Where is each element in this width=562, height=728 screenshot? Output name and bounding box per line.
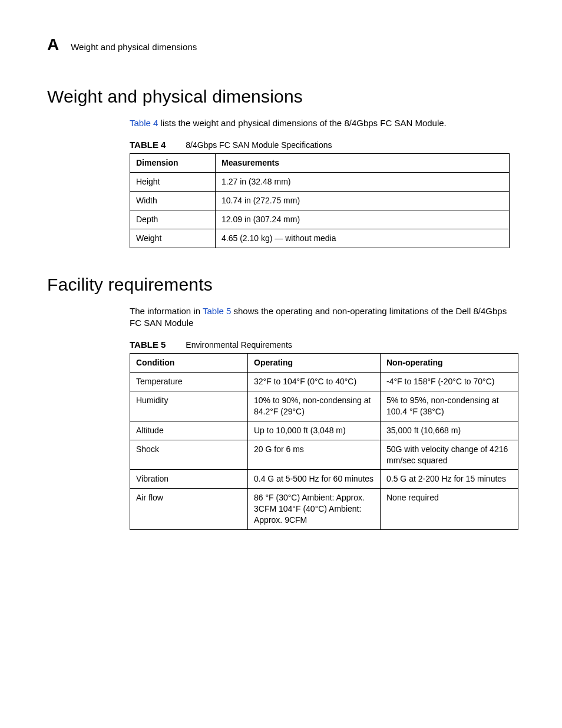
cell: 10% to 90%, non-condensing at 84.2°F (29… [248, 391, 381, 421]
table-row: Air flow 86 °F (30°C) Ambient: Approx. 3… [130, 489, 518, 530]
cell: Air flow [130, 489, 248, 530]
table4-title: 8/4Gbps FC SAN Module Specifications [186, 140, 332, 150]
running-title: Weight and physical dimensions [71, 42, 197, 52]
cell: Humidity [130, 391, 248, 421]
col-nonoperating: Non-operating [381, 354, 518, 373]
table-row: Altitude Up to 10,000 ft (3,048 m) 35,00… [130, 421, 518, 440]
table-row: Vibration 0.4 G at 5-500 Hz for 60 minut… [130, 470, 518, 489]
cell: 10.74 in (272.75 mm) [216, 192, 510, 210]
table-row: Height 1.27 in (32.48 mm) [130, 173, 510, 192]
cell: Height [130, 173, 216, 192]
table5-title: Environmental Requirements [186, 340, 292, 350]
cell: Weight [130, 229, 216, 248]
table-row: Temperature 32°F to 104°F (0°C to 40°C) … [130, 373, 518, 391]
table-row: Shock 20 G for 6 ms 50G with velocity ch… [130, 440, 518, 470]
cell: 32°F to 104°F (0°C to 40°C) [248, 373, 381, 391]
table5: Condition Operating Non-operating Temper… [130, 353, 518, 530]
cell: Width [130, 192, 216, 210]
cell: 4.65 (2.10 kg) — without media [216, 229, 510, 248]
table-row: Weight 4.65 (2.10 kg) — without media [130, 229, 510, 248]
table-row: Depth 12.09 in (307.24 mm) [130, 210, 510, 229]
cell: 0.4 G at 5-500 Hz for 60 minutes [248, 470, 381, 489]
cell: Depth [130, 210, 216, 229]
intro-paragraph: Table 4 lists the weight and physical di… [130, 117, 515, 129]
page-header: A Weight and physical dimensions [47, 35, 515, 54]
cell: 1.27 in (32.48 mm) [216, 173, 510, 192]
xref-table5[interactable]: Table 5 [203, 306, 231, 316]
cell: 12.09 in (307.24 mm) [216, 210, 510, 229]
cell: -4°F to 158°F (-20°C to 70°C) [381, 373, 518, 391]
cell: 5% to 95%, non-condensing at 100.4 °F (3… [381, 391, 518, 421]
cell: 0.5 G at 2-200 Hz for 15 minutes [381, 470, 518, 489]
intro-text: lists the weight and physical dimensions… [158, 118, 446, 128]
cell: 35,000 ft (10,668 m) [381, 421, 518, 440]
cell: Shock [130, 440, 248, 470]
cell: 20 G for 6 ms [248, 440, 381, 470]
cell: 50G with velocity change of 4216 mm/sec … [381, 440, 518, 470]
cell: Temperature [130, 373, 248, 391]
section-heading: Weight and physical dimensions [47, 87, 515, 107]
xref-table4[interactable]: Table 4 [130, 118, 158, 128]
col-condition: Condition [130, 354, 248, 373]
table4-number: TABLE 4 [130, 140, 166, 150]
col-measurements: Measurements [216, 154, 510, 173]
intro-text-pre: The information in [130, 306, 203, 316]
col-operating: Operating [248, 354, 381, 373]
section-facility-requirements: Facility requirements The information in… [47, 275, 515, 530]
table-row: Width 10.74 in (272.75 mm) [130, 192, 510, 210]
cell: 86 °F (30°C) Ambient: Approx. 3CFM 104°F… [248, 489, 381, 530]
table-header-row: Condition Operating Non-operating [130, 354, 518, 373]
cell: Vibration [130, 470, 248, 489]
table4-caption: TABLE 4 8/4Gbps FC SAN Module Specificat… [130, 140, 515, 150]
table4: Dimension Measurements Height 1.27 in (3… [130, 153, 510, 248]
section-heading: Facility requirements [47, 275, 515, 295]
cell: Altitude [130, 421, 248, 440]
appendix-letter: A [47, 35, 59, 54]
table5-caption: TABLE 5 Environmental Requirements [130, 340, 515, 350]
col-dimension: Dimension [130, 154, 216, 173]
table-header-row: Dimension Measurements [130, 154, 510, 173]
cell: None required [381, 489, 518, 530]
table5-number: TABLE 5 [130, 340, 166, 350]
cell: Up to 10,000 ft (3,048 m) [248, 421, 381, 440]
intro-paragraph: The information in Table 5 shows the ope… [130, 305, 515, 330]
table-row: Humidity 10% to 90%, non-condensing at 8… [130, 391, 518, 421]
section-weight-dimensions: Weight and physical dimensions Table 4 l… [47, 87, 515, 248]
